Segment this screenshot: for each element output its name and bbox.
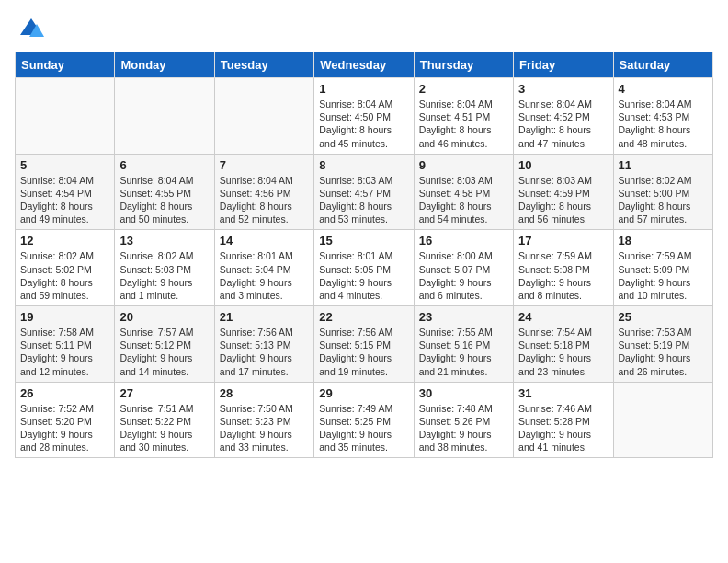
calendar-cell <box>16 78 115 155</box>
day-info: Sunrise: 8:01 AM Sunset: 5:05 PM Dayligh… <box>319 249 408 302</box>
day-info: Sunrise: 8:04 AM Sunset: 4:52 PM Dayligh… <box>518 98 608 150</box>
day-number: 22 <box>319 310 408 324</box>
logo <box>15 15 44 40</box>
weekday-header-saturday: Saturday <box>613 52 712 78</box>
calendar-cell: 5Sunrise: 8:04 AM Sunset: 4:54 PM Daylig… <box>16 154 115 230</box>
day-number: 21 <box>220 310 309 324</box>
calendar-table: SundayMondayTuesdayWednesdayThursdayFrid… <box>15 52 713 458</box>
calendar-cell: 25Sunrise: 7:53 AM Sunset: 5:19 PM Dayli… <box>613 306 712 383</box>
day-info: Sunrise: 7:59 AM Sunset: 5:09 PM Dayligh… <box>619 249 708 302</box>
calendar-cell: 24Sunrise: 7:54 AM Sunset: 5:18 PM Dayli… <box>514 306 613 383</box>
day-info: Sunrise: 8:02 AM Sunset: 5:00 PM Dayligh… <box>619 174 708 226</box>
calendar-cell: 1Sunrise: 8:04 AM Sunset: 4:50 PM Daylig… <box>314 78 414 155</box>
calendar-cell: 18Sunrise: 7:59 AM Sunset: 5:09 PM Dayli… <box>613 230 712 306</box>
calendar-cell: 17Sunrise: 7:59 AM Sunset: 5:08 PM Dayli… <box>514 230 613 306</box>
day-info: Sunrise: 7:56 AM Sunset: 5:13 PM Dayligh… <box>220 326 309 378</box>
day-number: 4 <box>619 82 708 96</box>
logo-icon <box>18 15 44 40</box>
day-info: Sunrise: 8:04 AM Sunset: 4:56 PM Dayligh… <box>220 174 309 226</box>
calendar-cell: 20Sunrise: 7:57 AM Sunset: 5:12 PM Dayli… <box>115 306 214 383</box>
day-number: 6 <box>119 158 209 172</box>
calendar-cell: 30Sunrise: 7:48 AM Sunset: 5:26 PM Dayli… <box>414 382 513 458</box>
day-info: Sunrise: 8:04 AM Sunset: 4:55 PM Dayligh… <box>119 174 209 226</box>
day-number: 31 <box>518 386 608 400</box>
day-info: Sunrise: 7:51 AM Sunset: 5:22 PM Dayligh… <box>119 402 209 454</box>
calendar-cell <box>613 382 712 458</box>
day-info: Sunrise: 8:03 AM Sunset: 4:58 PM Dayligh… <box>419 174 508 226</box>
day-info: Sunrise: 8:00 AM Sunset: 5:07 PM Dayligh… <box>419 249 508 302</box>
calendar-cell: 10Sunrise: 8:03 AM Sunset: 4:59 PM Dayli… <box>514 154 613 230</box>
weekday-header-friday: Friday <box>514 52 613 78</box>
day-info: Sunrise: 7:59 AM Sunset: 5:08 PM Dayligh… <box>518 249 608 302</box>
day-info: Sunrise: 7:50 AM Sunset: 5:23 PM Dayligh… <box>220 402 309 454</box>
day-number: 7 <box>220 158 309 172</box>
day-number: 27 <box>119 386 209 400</box>
calendar-cell: 12Sunrise: 8:02 AM Sunset: 5:02 PM Dayli… <box>16 230 115 306</box>
day-info: Sunrise: 7:46 AM Sunset: 5:28 PM Dayligh… <box>518 402 608 454</box>
calendar-cell: 15Sunrise: 8:01 AM Sunset: 5:05 PM Dayli… <box>314 230 414 306</box>
day-number: 19 <box>20 310 109 324</box>
calendar-cell: 11Sunrise: 8:02 AM Sunset: 5:00 PM Dayli… <box>613 154 712 230</box>
calendar-cell: 31Sunrise: 7:46 AM Sunset: 5:28 PM Dayli… <box>514 382 613 458</box>
day-info: Sunrise: 7:48 AM Sunset: 5:26 PM Dayligh… <box>419 402 508 454</box>
calendar-cell: 13Sunrise: 8:02 AM Sunset: 5:03 PM Dayli… <box>115 230 214 306</box>
calendar-cell: 3Sunrise: 8:04 AM Sunset: 4:52 PM Daylig… <box>514 78 613 155</box>
calendar-cell: 29Sunrise: 7:49 AM Sunset: 5:25 PM Dayli… <box>314 382 414 458</box>
day-info: Sunrise: 8:04 AM Sunset: 4:53 PM Dayligh… <box>619 98 708 150</box>
calendar-cell: 22Sunrise: 7:56 AM Sunset: 5:15 PM Dayli… <box>314 306 414 383</box>
day-info: Sunrise: 7:49 AM Sunset: 5:25 PM Dayligh… <box>319 402 408 454</box>
weekday-header-sunday: Sunday <box>16 52 115 78</box>
day-info: Sunrise: 7:54 AM Sunset: 5:18 PM Dayligh… <box>518 326 608 378</box>
weekday-header-monday: Monday <box>115 52 214 78</box>
day-info: Sunrise: 8:02 AM Sunset: 5:02 PM Dayligh… <box>20 249 109 302</box>
day-number: 13 <box>119 234 209 247</box>
calendar-cell: 9Sunrise: 8:03 AM Sunset: 4:58 PM Daylig… <box>414 154 513 230</box>
day-info: Sunrise: 7:55 AM Sunset: 5:16 PM Dayligh… <box>419 326 508 378</box>
day-number: 30 <box>419 386 508 400</box>
day-number: 29 <box>319 386 408 400</box>
calendar-cell: 7Sunrise: 8:04 AM Sunset: 4:56 PM Daylig… <box>214 154 313 230</box>
weekday-header-tuesday: Tuesday <box>214 52 313 78</box>
calendar-cell <box>214 78 313 155</box>
day-info: Sunrise: 8:04 AM Sunset: 4:51 PM Dayligh… <box>419 98 508 150</box>
calendar-cell <box>115 78 214 155</box>
day-number: 20 <box>119 310 209 324</box>
day-number: 15 <box>319 234 408 247</box>
day-number: 3 <box>518 82 608 96</box>
day-number: 5 <box>20 158 109 172</box>
day-number: 8 <box>319 158 408 172</box>
day-info: Sunrise: 8:04 AM Sunset: 4:50 PM Dayligh… <box>319 98 408 150</box>
calendar-cell: 6Sunrise: 8:04 AM Sunset: 4:55 PM Daylig… <box>115 154 214 230</box>
day-info: Sunrise: 8:03 AM Sunset: 4:57 PM Dayligh… <box>319 174 408 226</box>
day-number: 23 <box>419 310 508 324</box>
calendar-cell: 4Sunrise: 8:04 AM Sunset: 4:53 PM Daylig… <box>613 78 712 155</box>
day-number: 1 <box>319 82 408 96</box>
calendar-cell: 23Sunrise: 7:55 AM Sunset: 5:16 PM Dayli… <box>414 306 513 383</box>
day-info: Sunrise: 7:53 AM Sunset: 5:19 PM Dayligh… <box>619 326 708 378</box>
day-info: Sunrise: 8:04 AM Sunset: 4:54 PM Dayligh… <box>20 174 109 226</box>
day-number: 14 <box>220 234 309 247</box>
day-number: 9 <box>419 158 508 172</box>
day-number: 11 <box>619 158 708 172</box>
calendar-cell: 21Sunrise: 7:56 AM Sunset: 5:13 PM Dayli… <box>214 306 313 383</box>
day-number: 17 <box>518 234 608 247</box>
calendar-cell: 27Sunrise: 7:51 AM Sunset: 5:22 PM Dayli… <box>115 382 214 458</box>
day-number: 28 <box>220 386 309 400</box>
day-number: 16 <box>419 234 508 247</box>
day-info: Sunrise: 8:01 AM Sunset: 5:04 PM Dayligh… <box>220 249 309 302</box>
day-number: 24 <box>518 310 608 324</box>
day-info: Sunrise: 7:57 AM Sunset: 5:12 PM Dayligh… <box>119 326 209 378</box>
day-number: 18 <box>619 234 708 247</box>
calendar-cell: 2Sunrise: 8:04 AM Sunset: 4:51 PM Daylig… <box>414 78 513 155</box>
calendar-cell: 14Sunrise: 8:01 AM Sunset: 5:04 PM Dayli… <box>214 230 313 306</box>
day-info: Sunrise: 7:58 AM Sunset: 5:11 PM Dayligh… <box>20 326 109 378</box>
day-info: Sunrise: 7:52 AM Sunset: 5:20 PM Dayligh… <box>20 402 109 454</box>
calendar-cell: 16Sunrise: 8:00 AM Sunset: 5:07 PM Dayli… <box>414 230 513 306</box>
calendar-cell: 26Sunrise: 7:52 AM Sunset: 5:20 PM Dayli… <box>16 382 115 458</box>
weekday-header-wednesday: Wednesday <box>314 52 414 78</box>
day-info: Sunrise: 8:03 AM Sunset: 4:59 PM Dayligh… <box>518 174 608 226</box>
day-number: 25 <box>619 310 708 324</box>
day-info: Sunrise: 7:56 AM Sunset: 5:15 PM Dayligh… <box>319 326 408 378</box>
day-number: 2 <box>419 82 508 96</box>
calendar-cell: 8Sunrise: 8:03 AM Sunset: 4:57 PM Daylig… <box>314 154 414 230</box>
